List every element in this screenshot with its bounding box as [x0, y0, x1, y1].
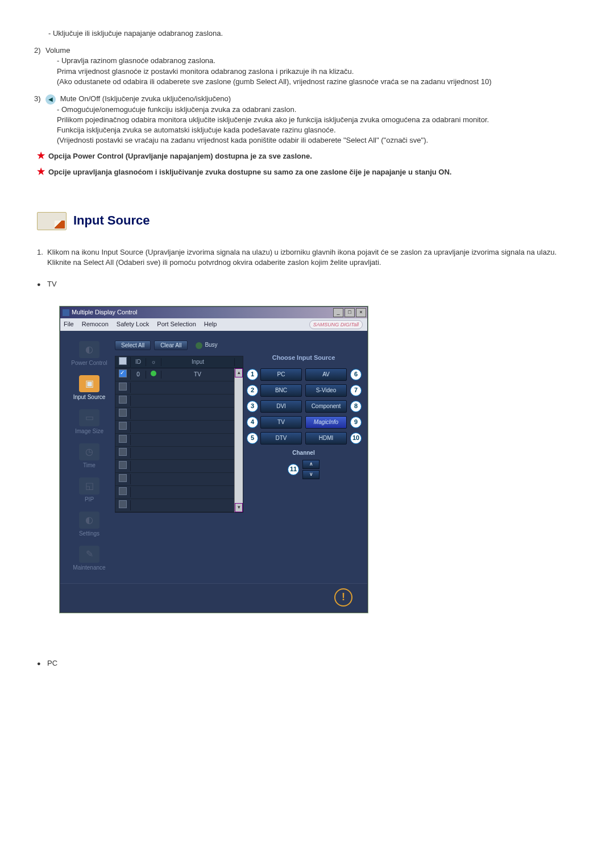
clear-all-button[interactable]: Clear All	[154, 340, 188, 350]
item2-line1: Prima vrijednost glasnoće iz postavki mo…	[45, 67, 577, 77]
menu-file[interactable]: File	[64, 320, 74, 329]
minimize-button[interactable]: _	[333, 308, 343, 317]
star1-text: Opcija Power Control (Upravljanje napaja…	[48, 151, 312, 161]
input-pc-button[interactable]: PC	[260, 368, 302, 381]
brand-logo: SAMSUNG DIGITall	[309, 320, 363, 330]
table-row[interactable]	[115, 421, 234, 434]
sidebar-item-pip[interactable]: ◱PIP	[67, 475, 111, 507]
row-checkbox[interactable]	[119, 383, 127, 391]
badge-3: 3	[247, 401, 258, 412]
table-row[interactable]: 0 TV	[115, 368, 234, 381]
item3-line2: Funkcija isključenja zvuka se automatski…	[45, 125, 577, 135]
table-scrollbar[interactable]: ▴ ▾	[234, 368, 243, 512]
item3-title: Mute On/Off (Isključenje zvuka uključeno…	[60, 94, 231, 103]
sidebar-item-power-control[interactable]: ◐Power Control	[67, 339, 111, 371]
row-checkbox[interactable]	[119, 422, 127, 430]
input-source-section-icon	[37, 212, 67, 230]
sidebar-item-maintenance[interactable]: ✎Maintenance	[67, 543, 111, 575]
menu-remocon[interactable]: Remocon	[82, 320, 109, 329]
bullet-pc: PC	[47, 658, 57, 668]
table-row[interactable]	[115, 447, 234, 460]
row-checkbox[interactable]	[119, 369, 127, 377]
intro-line: - Uključuje ili isključuje napajanje oda…	[37, 28, 577, 39]
row-checkbox[interactable]	[119, 396, 127, 404]
header-checkbox[interactable]	[119, 357, 127, 365]
busy-indicator-icon	[196, 342, 202, 349]
row-checkbox[interactable]	[119, 461, 127, 469]
window-title: Multiple Display Control	[72, 308, 138, 317]
app-icon	[63, 309, 69, 316]
badge-6: 6	[350, 369, 362, 380]
row-checkbox[interactable]	[119, 487, 127, 495]
menu-help[interactable]: Help	[204, 320, 217, 329]
maximize-button[interactable]: □	[345, 308, 355, 317]
table-row[interactable]	[115, 394, 234, 408]
menu-port-selection[interactable]: Port Selection	[157, 320, 196, 329]
info-icon[interactable]: !	[334, 588, 352, 607]
channel-up-button[interactable]: ∧	[302, 460, 320, 469]
input-svideo-button[interactable]: S-Video	[305, 384, 347, 397]
row-input: TV	[161, 371, 234, 379]
bullet-icon: ●	[37, 658, 47, 668]
table-row[interactable]	[115, 473, 234, 486]
bullet-icon: ●	[37, 279, 47, 289]
section-title: Input Source	[73, 212, 150, 230]
input-tv-button[interactable]: TV	[260, 416, 302, 429]
badge-9: 9	[350, 417, 362, 428]
badge-1: 1	[247, 369, 258, 380]
row-checkbox[interactable]	[119, 500, 127, 508]
app-footer: !	[60, 583, 367, 612]
mute-icon: ◀	[45, 94, 56, 105]
input-magicinfo-button[interactable]: MagicInfo	[305, 416, 347, 429]
busy-label: Busy	[205, 342, 217, 348]
table-row[interactable]	[115, 434, 234, 447]
input-dvi-button[interactable]: DVI	[260, 400, 302, 413]
table-row[interactable]	[115, 381, 234, 394]
header-power-icon: ☼	[146, 358, 161, 366]
badge-11: 11	[288, 464, 299, 475]
num-2: 2)	[34, 45, 45, 87]
step1-a: Klikom na ikonu Input Source (Upravljanj…	[47, 247, 577, 258]
table-row[interactable]	[115, 486, 234, 499]
star-icon: ★	[37, 151, 45, 161]
display-table: ID ☼ Input 0 TV	[115, 356, 243, 513]
table-row[interactable]	[115, 460, 234, 473]
item3-line0: - Omogućuje/onemogućuje funkciju isključ…	[45, 105, 577, 115]
channel-down-button[interactable]: ∨	[302, 470, 320, 479]
badge-4: 4	[247, 417, 258, 428]
input-dtv-button[interactable]: DTV	[260, 432, 302, 445]
star2-text: Opcije upravljanja glasnoćom i isključiv…	[48, 167, 451, 177]
input-hdmi-button[interactable]: HDMI	[305, 432, 347, 445]
menu-safety-lock[interactable]: Safety Lock	[117, 320, 149, 329]
table-row[interactable]	[115, 408, 234, 421]
badge-7: 7	[350, 385, 362, 396]
item2-line0: - Upravlja razinom glasnoće odabranog za…	[45, 56, 577, 66]
badge-2: 2	[247, 385, 258, 396]
badge-5: 5	[247, 433, 258, 444]
scroll-up-icon[interactable]: ▴	[235, 368, 243, 377]
sidebar-item-settings[interactable]: ◐Settings	[67, 509, 111, 541]
input-component-button[interactable]: Component	[305, 400, 347, 413]
sidebar-item-time[interactable]: ◷Time	[67, 441, 111, 473]
select-all-button[interactable]: Select All	[115, 340, 151, 350]
row-checkbox[interactable]	[119, 448, 127, 456]
input-av-button[interactable]: AV	[305, 368, 347, 381]
scroll-down-icon[interactable]: ▾	[235, 503, 243, 512]
badge-8: 8	[350, 401, 362, 412]
row-checkbox[interactable]	[119, 474, 127, 482]
power-on-icon	[151, 371, 156, 376]
item3-line3: (Vrijednosti postavki se vraćaju na zada…	[45, 135, 577, 146]
table-row[interactable]	[115, 499, 234, 512]
row-checkbox[interactable]	[119, 409, 127, 417]
input-bnc-button[interactable]: BNC	[260, 384, 302, 397]
num-3: 3)	[34, 94, 45, 146]
app-menubar: File Remocon Safety Lock Port Selection …	[60, 318, 367, 331]
sidebar-item-input-source[interactable]: ▣Input Source	[67, 373, 111, 405]
right-panel-heading: Choose Input Source	[247, 354, 360, 362]
badge-10: 10	[350, 433, 362, 444]
close-button[interactable]: ×	[356, 308, 366, 317]
sidebar-item-image-size[interactable]: ▭Image Size	[67, 407, 111, 439]
bullet-tv: TV	[47, 279, 57, 289]
row-checkbox[interactable]	[119, 435, 127, 443]
star-icon: ★	[37, 167, 45, 177]
